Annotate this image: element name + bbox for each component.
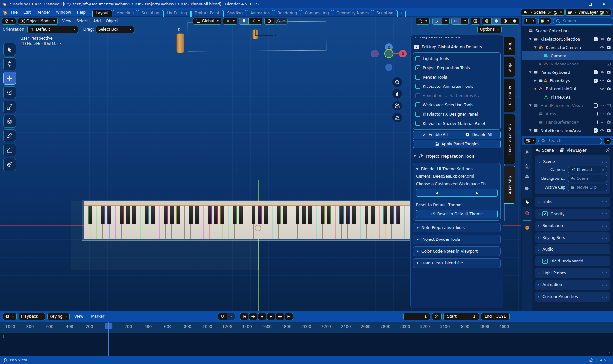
drag-handle[interactable]: :::: (602, 236, 607, 239)
options-dropdown[interactable]: Options (477, 26, 502, 33)
outliner-row[interactable]: Arms (522, 110, 613, 118)
clear-field-icon[interactable]: ✕ (602, 167, 605, 172)
checkbox[interactable] (415, 121, 420, 126)
piano-white-key[interactable] (279, 206, 285, 239)
field-widget[interactable]: Scene (568, 175, 607, 182)
piano-white-key[interactable] (310, 206, 316, 239)
piano-white-key[interactable] (209, 206, 216, 239)
field-widget[interactable]: Movie Clip (568, 184, 607, 191)
piano-white-key[interactable] (128, 206, 134, 239)
falloff-dropdown[interactable] (274, 18, 288, 25)
shading-rendered[interactable] (510, 18, 519, 25)
piano-white-key[interactable] (360, 206, 367, 239)
blender-menu-icon[interactable] (2, 10, 8, 15)
menu-file[interactable]: File (8, 9, 20, 16)
current-frame-field[interactable]: 1 (403, 313, 430, 320)
piano-white-key[interactable] (254, 206, 260, 239)
outliner-row[interactable]: Camera (522, 51, 613, 60)
proportional-toggle[interactable] (264, 18, 274, 25)
outliner-editor-dropdown[interactable] (524, 18, 536, 24)
workspace-tab-texture-paint[interactable]: Texture Paint (191, 10, 223, 17)
piano-white-key[interactable] (404, 206, 411, 239)
shading-solid[interactable] (492, 18, 501, 25)
disclosure-open-icon[interactable]: ▼ (533, 87, 538, 90)
pin-icon[interactable] (605, 148, 610, 153)
pin-icon[interactable] (547, 10, 552, 15)
piano-white-key[interactable] (304, 206, 310, 239)
copy-scene-icon[interactable] (553, 10, 558, 15)
properties-search[interactable] (538, 138, 602, 144)
piano-white-key[interactable] (329, 206, 335, 239)
tool-transform[interactable] (3, 115, 16, 128)
properties-tab-scene[interactable] (522, 198, 532, 207)
properties-tab-world[interactable] (522, 209, 532, 218)
frame-start-field[interactable]: Start1 (443, 313, 479, 320)
timeline-tracks[interactable]: ❯ ‹ (0, 333, 613, 356)
piano-white-key[interactable] (134, 206, 140, 239)
use-preview-range-toggle[interactable] (432, 313, 442, 320)
workspace-tab-layout[interactable]: Layout (92, 10, 112, 17)
tool-rotate[interactable] (3, 86, 16, 99)
render-checkbox[interactable]: ✓ (594, 79, 598, 83)
breadcrumb-viewlayer[interactable]: ViewLayer (566, 148, 586, 153)
next-keyframe-button[interactable]: ◆▶ (276, 313, 284, 320)
piano-white-key[interactable] (348, 206, 354, 239)
tool-add-cube[interactable] (3, 158, 16, 171)
piano-white-key[interactable] (323, 206, 329, 239)
properties-tab-object[interactable] (522, 223, 532, 232)
piano-white-key[interactable] (228, 206, 235, 239)
eye-off-icon[interactable] (600, 62, 604, 66)
piano-white-key[interactable] (109, 206, 116, 239)
addon-toggle-klaviactor-shader-material-panel[interactable]: Klaviactor Shader Material Panel (415, 119, 498, 128)
orientation-dropdown[interactable]: Global (193, 18, 221, 25)
properties-section-animation[interactable]: ›Animation:::: (535, 280, 610, 290)
eye-off-icon[interactable] (600, 120, 604, 124)
workspace-tab-geometry-nodes[interactable]: Geometry Nodes (333, 10, 372, 17)
drag-handle[interactable]: :::: (602, 201, 607, 204)
cylinder-object[interactable] (176, 33, 184, 53)
outliner-row[interactable]: Plane.091 (522, 93, 613, 101)
properties-section-units[interactable]: ›Units:::: (535, 197, 610, 207)
disclosure-open-icon[interactable]: ▼ (528, 104, 533, 107)
workspace-tab-scripting[interactable]: Scripting (373, 10, 397, 17)
viewlayer-selector[interactable]: ViewLayer ✕ (565, 9, 611, 16)
properties-section-gravity[interactable]: ›✓Gravity:::: (535, 209, 610, 219)
minimize-button[interactable] (569, 0, 583, 8)
piano-white-key[interactable] (153, 206, 159, 239)
overlays-dropdown[interactable] (461, 18, 469, 25)
cam-on-icon[interactable] (607, 78, 611, 83)
eye-on-icon[interactable] (600, 70, 604, 74)
properties-options-dropdown[interactable] (604, 138, 611, 144)
tool-cursor[interactable] (3, 57, 16, 70)
checkbox[interactable] (415, 56, 420, 61)
menu-window[interactable]: Window (53, 9, 74, 16)
copy-viewlayer-icon[interactable] (600, 10, 604, 15)
piano-white-key[interactable] (203, 206, 210, 239)
piano-white-key[interactable] (185, 206, 191, 239)
outliner-search-input[interactable] (562, 19, 611, 24)
tool-scale[interactable] (3, 101, 16, 113)
render-checkbox[interactable] (594, 112, 598, 116)
properties-section-audio[interactable]: ›Audio:::: (535, 244, 610, 254)
pivot-dropdown[interactable] (223, 18, 237, 25)
disclosure-open-icon[interactable]: ▼ (528, 129, 533, 132)
drag-handle[interactable]: :::: (602, 295, 607, 298)
piano-white-key[interactable] (354, 206, 360, 239)
next-theme-button[interactable]: ▶ (457, 189, 498, 197)
visibility-dropdown[interactable] (416, 18, 430, 25)
piano-white-key[interactable] (103, 206, 109, 239)
mode-dropdown[interactable]: Object Mode (18, 18, 58, 25)
properties-editor-dropdown[interactable] (524, 138, 536, 144)
eye-on-icon[interactable] (600, 45, 604, 49)
drag-handle[interactable]: :::: (602, 248, 607, 251)
addon-toggle-workspace-selection-tools[interactable]: Workspace Selection Tools (415, 100, 498, 110)
tool-select-box[interactable] (3, 43, 16, 56)
drag-handle[interactable]: :::: (602, 260, 607, 263)
outliner-row[interactable]: ▼BottomHoldOut (522, 85, 613, 93)
properties-tab-render[interactable] (522, 162, 532, 171)
checkbox[interactable] (415, 75, 420, 80)
addon-toggle-klaviactor-fx-designer-panel[interactable]: Klaviactor FX Designer Panel (415, 110, 498, 119)
piano-white-key[interactable] (159, 206, 166, 239)
addon-toggle-lighting-tools[interactable]: Lighting Tools (415, 54, 498, 63)
addon-toggle-project-preparation-tools[interactable]: ✓Project Preparation Tools (415, 63, 498, 72)
